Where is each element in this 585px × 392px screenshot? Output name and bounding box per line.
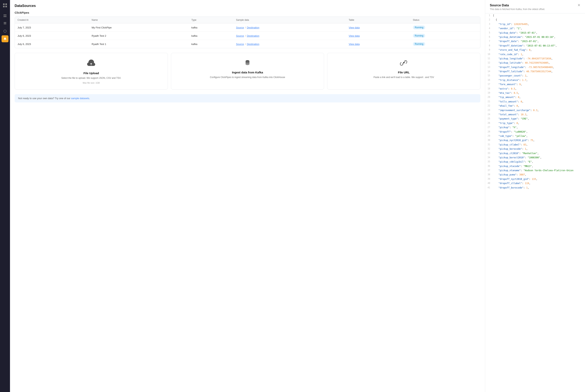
cell-type: kafka	[189, 40, 233, 48]
code-line: 41 "dropoff_borocode": 1,	[485, 186, 585, 190]
line-number: 33	[485, 152, 493, 155]
col-status: Status	[410, 17, 480, 24]
line-content: "trip_type": 0,	[493, 121, 585, 125]
line-content: "pickup_ct2010": "Manhattan",	[493, 152, 585, 155]
card-file-url[interactable]: File URL Paste a link and we'll load to …	[327, 53, 480, 90]
code-line: 34 "pickup_boroct2010": "1008300",	[485, 156, 585, 160]
line-content: "payment_type": "CRE",	[493, 117, 585, 121]
cell-status: Running	[410, 32, 480, 40]
line-content: "fare_amount": 9,	[493, 82, 585, 86]
code-line: 3 "trip_id": 1202876495,	[485, 22, 585, 26]
code-line: 25 "payment_type": "CRE",	[485, 117, 585, 121]
line-content: "tolls_amount": 0,	[493, 100, 585, 104]
code-line: 19 "mta_tax": 0.5,	[485, 91, 585, 95]
sample-text: Not ready to use your own data? Try one …	[18, 97, 71, 100]
code-line: 20 "tip_amount": 0,	[485, 95, 585, 99]
sidebar-item-table[interactable]	[2, 20, 9, 27]
cell-created-at: July 7, 2023	[15, 24, 89, 32]
sidebar-item-datasources[interactable]	[2, 35, 9, 42]
line-number: 3	[485, 22, 493, 26]
code-line: 13 "dropoff_longitude": -73.985763549804…	[485, 65, 585, 69]
line-content: "mta_tax": 0.5,	[493, 91, 585, 95]
col-created-at: Created At	[15, 17, 89, 24]
view-data-link[interactable]: View data	[349, 26, 360, 29]
line-number: 16	[485, 78, 493, 82]
cell-created-at: July 6, 2023	[15, 40, 89, 48]
line-number: 11	[485, 57, 493, 60]
line-content: "dropoff_ctlabel": 119,	[493, 182, 585, 185]
code-line: 31 "pickup_ctlabel": 83,	[485, 142, 585, 147]
slash-separator: /	[245, 34, 246, 37]
kafka-title: Ingest data from Kafka	[175, 71, 320, 74]
cell-name: Ryadh Test 2	[89, 32, 189, 40]
line-content: "ehail_fee": 0,	[493, 104, 585, 108]
cell-name: My First ClickPipe	[89, 24, 189, 32]
view-data-link[interactable]: View data	[349, 34, 360, 37]
line-content: "pickup_latitude": 40.74225997924805,	[493, 61, 585, 65]
line-content: "tip_amount": 0,	[493, 95, 585, 99]
line-content: "pickup_longitude": -74.00428771972656,	[493, 57, 585, 60]
line-number: 13	[485, 65, 493, 69]
line-number: 35	[485, 160, 493, 164]
line-number: 23	[485, 108, 493, 112]
panel-title: Source Data	[490, 4, 545, 7]
line-number: 24	[485, 112, 493, 116]
panel-subtitle: This data is fetched from Kafka, from th…	[490, 8, 545, 10]
destination-link[interactable]: Destination	[247, 26, 259, 29]
line-content: "pickup_ntaname": "Hudson Yards-Chelsea-…	[493, 168, 585, 172]
line-content: "rate_code_id": 1,	[493, 52, 585, 56]
destination-link[interactable]: Destination	[247, 43, 259, 46]
sample-datasets-link[interactable]: sample datasets	[71, 97, 89, 100]
line-number: 2	[485, 18, 493, 22]
line-number: 25	[485, 117, 493, 121]
file-upload-title: File Upload	[19, 72, 164, 75]
code-line: 4 "vendor_id": "1",	[485, 26, 585, 30]
line-content: "pickup_puma": 3807,	[493, 173, 585, 176]
svg-rect-2	[3, 6, 5, 7]
line-number: 4	[485, 26, 493, 30]
code-line: 36 "pickup_ntacode": "MN13",	[485, 164, 585, 168]
code-line: 7 "dropoff_date": "2015-07-01",	[485, 39, 585, 44]
source-link[interactable]: Source	[236, 34, 244, 37]
sidebar-item-grid[interactable]	[2, 12, 9, 19]
line-content: "dropoff_nyct2010_gid": 133,	[493, 177, 585, 181]
code-line: 22 "ehail_fee": 0,	[485, 104, 585, 108]
upload-cloud-icon	[19, 58, 164, 69]
source-link[interactable]: Source	[236, 43, 244, 46]
line-content: "trip_id": 1202876495,	[493, 22, 585, 26]
status-badge: Running	[413, 26, 425, 30]
col-name: Name	[89, 17, 189, 24]
cell-table: View data	[346, 24, 410, 32]
code-line: 14 "dropoff_latitude": 40.75875091552734…	[485, 69, 585, 74]
line-content: "trip_distance": 1.7,	[493, 78, 585, 82]
svg-rect-8	[4, 22, 6, 22]
table-row: July 6, 2023 Ryadh Test 2 kafka Source /…	[15, 32, 480, 40]
svg-rect-0	[3, 4, 5, 5]
file-upload-note: Max file size: 1GB	[19, 82, 164, 84]
sidebar	[0, 0, 10, 392]
view-data-link[interactable]: View data	[349, 43, 360, 46]
svg-rect-5	[5, 14, 6, 15]
line-number: 8	[485, 44, 493, 48]
line-number: 27	[485, 126, 493, 129]
line-content: "pickup_date": "2015-07-01",	[493, 31, 585, 35]
card-kafka[interactable]: Ingest data from Kafka Configure ClickPi…	[171, 53, 324, 90]
section-title: ClickPipes	[15, 11, 480, 14]
code-line: 35 "pickup_cdeligibil": "E",	[485, 160, 585, 164]
line-content: "pickup": "h",	[493, 126, 585, 129]
line-content: "dropoff": "\u00020",	[493, 130, 585, 134]
line-number: 37	[485, 168, 493, 172]
line-number: 38	[485, 173, 493, 176]
destination-link[interactable]: Destination	[247, 34, 259, 37]
status-badge: Running	[413, 34, 425, 38]
sidebar-item-query[interactable]	[2, 28, 9, 34]
cell-created-at: July 6, 2023	[15, 32, 89, 40]
source-link[interactable]: Source	[236, 26, 244, 29]
source-data-code: 1[2 {3 "trip_id": 1202876495,4 "vendor_i…	[485, 14, 585, 392]
line-content: "pickup_cdeligibil": "E",	[493, 160, 585, 164]
close-button[interactable]: ✕	[577, 4, 580, 7]
svg-rect-6	[4, 16, 5, 17]
line-content: "dropoff_date": "2015-07-01",	[493, 40, 585, 43]
line-content: "pickup_ctlabel": 83,	[493, 143, 585, 146]
card-file-upload[interactable]: File Upload Select the file to upload. W…	[15, 53, 168, 90]
